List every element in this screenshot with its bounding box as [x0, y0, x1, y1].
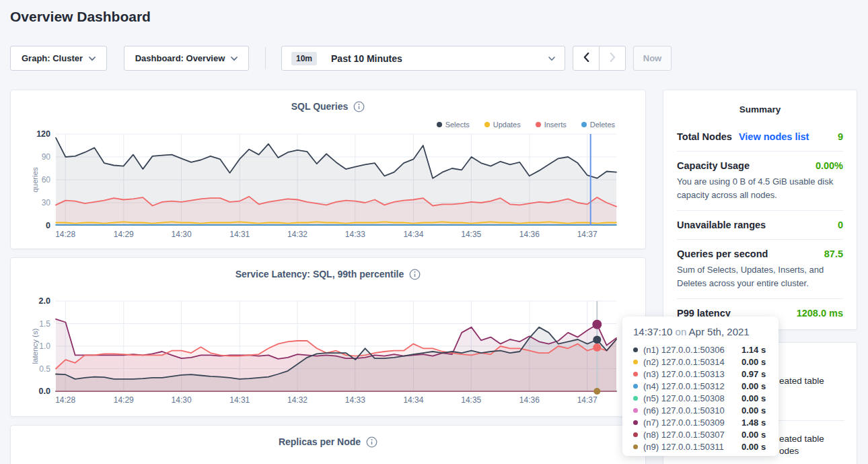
- legend-label: Selects: [445, 121, 470, 129]
- tooltip-node-row: (n6) 127.0.0.1:503100.00 s: [633, 404, 769, 416]
- summary-stat-subtext: You are using 0 B of 4.5 GiB usable disk…: [677, 175, 843, 201]
- tooltip-node-label: (n5) 127.0.0.1:50308: [643, 393, 742, 403]
- node-color-dot-icon: [633, 396, 638, 401]
- x-axis-tick: 14:36: [519, 395, 540, 405]
- event-text-fragment: eated table: [779, 376, 824, 386]
- tooltip-node-value: 0.00 s: [742, 405, 766, 416]
- legend-label: Deletes: [590, 121, 615, 129]
- summary-stat-row: Capacity Usage0.00%: [677, 160, 843, 171]
- chevron-right-icon: [610, 53, 616, 64]
- x-axis-tick: 14:34: [403, 230, 423, 239]
- x-axis-tick: 14:35: [461, 395, 481, 405]
- y-axis-tick: 90: [42, 152, 50, 162]
- legend-dot-icon: [437, 122, 442, 127]
- tooltip-node-label: (n1) 127.0.0.1:50306: [643, 345, 742, 355]
- summary-stats: Total NodesView nodes list9Capacity Usag…: [677, 123, 843, 327]
- graph-dropdown-label: Graph: Cluster: [22, 53, 83, 63]
- legend-item-updates: Updates: [484, 121, 521, 129]
- tooltip-node-label: (n4) 127.0.0.1:50312: [643, 381, 742, 391]
- summary-stat-row: Unavailable ranges0: [677, 220, 843, 230]
- now-button[interactable]: Now: [633, 46, 672, 71]
- legend-label: Inserts: [544, 121, 567, 129]
- tooltip-node-label: (n7) 127.0.0.1:50309: [643, 418, 742, 428]
- tooltip-timestamp: 14:37:10 on Apr 5th, 2021: [633, 326, 769, 337]
- dashboard-dropdown[interactable]: Dashboard: Overview: [124, 46, 249, 71]
- summary-stat-label: Total Nodes: [677, 131, 732, 142]
- tooltip-node-row: (n2) 127.0.0.1:503140.00 s: [633, 356, 769, 368]
- event-text-fragment: odes: [779, 446, 799, 456]
- x-axis-tick: 14:32: [287, 395, 308, 405]
- y-axis-tick: 1.5: [39, 319, 50, 329]
- y-axis-tick: 2.0: [39, 296, 50, 306]
- controls-divider: [265, 47, 266, 69]
- x-axis-tick: 14:29: [114, 230, 134, 239]
- node-color-dot-icon: [633, 408, 638, 413]
- y-axis-tick: 0.0: [39, 387, 50, 396]
- y-axis-tick: 1.0: [39, 341, 50, 351]
- time-prev-button[interactable]: [573, 46, 600, 71]
- time-range-picker[interactable]: 10m Past 10 Minutes: [281, 46, 565, 71]
- tooltip-node-value: 0.97 s: [742, 369, 766, 379]
- summary-title: Summary: [663, 90, 857, 114]
- dashboard-dropdown-label: Dashboard: Overview: [135, 53, 225, 63]
- summary-stat-label: Unavailable ranges: [677, 220, 766, 230]
- tooltip-node-value: 0.00 s: [742, 393, 766, 403]
- tooltip-node-row: (n1) 127.0.0.1:503061.14 s: [633, 343, 769, 356]
- view-nodes-list-link[interactable]: View nodes list: [739, 131, 809, 142]
- tooltip-node-value: 1.14 s: [742, 345, 766, 355]
- x-axis-tick: 14:37: [577, 230, 598, 239]
- node-color-dot-icon: [633, 360, 638, 364]
- time-range-badge: 10m: [291, 52, 317, 65]
- y-axis-tick: 0.5: [39, 364, 50, 374]
- summary-stat-value: 9: [838, 131, 843, 142]
- summary-stat-subtext: Sum of Selects, Updates, Inserts, and De…: [677, 263, 843, 290]
- x-axis-tick: 14:37: [577, 395, 598, 405]
- overview-dashboard-page: Overview Dashboard Graph: Cluster Dashbo…: [0, 0, 868, 464]
- x-axis-tick: 14:31: [229, 395, 250, 405]
- summary-stat: Queries per second87.5Sum of Selects, Up…: [677, 239, 843, 298]
- summary-stat-row: Queries per second87.5: [677, 248, 843, 259]
- y-axis-tick: 30: [42, 198, 50, 207]
- x-axis-tick: 14:32: [287, 230, 308, 239]
- chevron-left-icon: [583, 53, 589, 64]
- sql-queries-plot[interactable]: [56, 134, 616, 226]
- service-latency-plot[interactable]: [56, 301, 616, 391]
- tooltip-node-label: (n2) 127.0.0.1:50314: [643, 357, 742, 367]
- tooltip-node-value: 0.00 s: [742, 442, 766, 452]
- x-axis-tick: 14:28: [55, 230, 75, 239]
- node-color-dot-icon: [633, 444, 638, 449]
- summary-stat-label: Queries per second: [677, 248, 768, 259]
- legend-dot-icon: [581, 122, 587, 127]
- tooltip-node-value: 1.48 s: [742, 418, 766, 428]
- tooltip-node-label: (n6) 127.0.0.1:50310: [643, 405, 742, 416]
- sql-queries-chart-card: SQL Queries SelectsUpdatesInsertsDeletes…: [10, 90, 646, 249]
- x-axis-tick: 14:34: [403, 395, 423, 405]
- x-axis-tick: 14:30: [172, 230, 192, 239]
- tooltip-node-row: (n4) 127.0.0.1:503120.00 s: [633, 380, 769, 392]
- info-icon[interactable]: [409, 269, 421, 280]
- node-color-dot-icon: [633, 432, 638, 437]
- tooltip-node-row: (n9) 127.0.0.1:503110.00 s: [633, 440, 769, 453]
- service-latency-chart-card: Service Latency: SQL, 99th percentile la…: [10, 257, 646, 417]
- x-axis-tick: 14:33: [345, 395, 365, 405]
- x-axis-tick: 14:31: [229, 230, 250, 239]
- x-axis-tick: 14:35: [461, 230, 481, 239]
- summary-stat: Capacity Usage0.00%You are using 0 B of …: [677, 151, 843, 210]
- summary-stat-label: Capacity Usage: [677, 160, 750, 171]
- event-text-fragment: eated table: [779, 434, 824, 444]
- node-color-dot-icon: [633, 347, 638, 352]
- tooltip-node-label: (n8) 127.0.0.1:50307: [643, 430, 742, 440]
- legend-item-inserts: Inserts: [536, 121, 567, 129]
- info-icon[interactable]: [353, 101, 365, 112]
- chevron-down-icon: [548, 53, 555, 63]
- summary-stat-value: 87.5: [824, 248, 843, 259]
- sql-queries-chart-title: SQL Queries: [291, 101, 349, 112]
- tooltip-node-label: (n9) 127.0.0.1:50311: [643, 442, 742, 452]
- graph-dropdown[interactable]: Graph: Cluster: [10, 46, 107, 71]
- chevron-down-icon: [89, 53, 96, 63]
- x-axis-tick: 14:29: [114, 395, 134, 405]
- y-axis-tick: 120: [36, 129, 50, 139]
- time-next-button[interactable]: [599, 46, 626, 71]
- replicas-per-node-chart-title: Replicas per Node: [279, 436, 361, 447]
- info-icon[interactable]: [366, 436, 377, 448]
